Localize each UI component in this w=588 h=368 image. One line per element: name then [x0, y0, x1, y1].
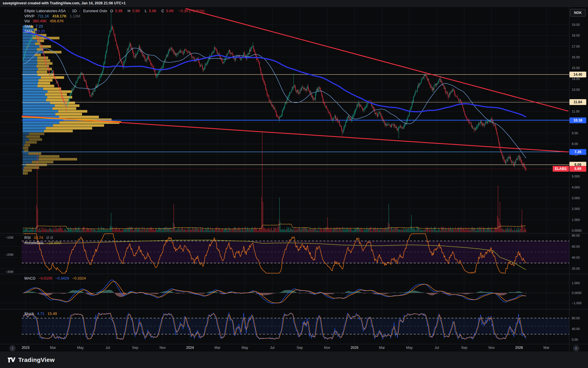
stoch-legend-row[interactable]: Stoch 4.71 15.49: [24, 311, 59, 316]
time-axis-label: May: [242, 346, 248, 350]
price-badge[interactable]: 5.69: [569, 166, 586, 172]
time-axis-label: 2025: [351, 346, 358, 350]
scroll-to-start-button[interactable]: Z: [9, 345, 16, 351]
pane-separator[interactable]: [0, 309, 588, 309]
accum-dist-axis-label: −10M: [5, 235, 13, 240]
rsi-legend-row[interactable]: RSI 33.74 Ø Ø: [24, 235, 63, 240]
price-axis-separator: [569, 7, 569, 352]
price-axis-label: 9.00: [572, 131, 587, 135]
tradingview-logo[interactable]: TradingView: [7, 356, 55, 364]
accum-dist-legend-row[interactable]: Accum/Dist −28.88M: [24, 240, 63, 246]
rsi-placeholder: Ø Ø: [46, 235, 53, 240]
tradingview-logo-icon: [7, 356, 16, 364]
accum-dist-axis-label: −30M: [5, 270, 13, 274]
time-axis-label: Nov: [159, 346, 166, 350]
low-label: L5.66: [145, 9, 158, 13]
currency-toggle-button[interactable]: NOK: [570, 9, 586, 17]
vrvp-up-volume: 711.1K: [38, 14, 49, 18]
stoch-axis-label: 40.00: [572, 327, 587, 331]
open-value: 5.99: [115, 9, 122, 13]
sma-fast-legend-row[interactable]: SMA 7.23: [24, 24, 206, 29]
macd-axis-label: 1.000: [572, 281, 587, 285]
price-axis-label: 19.00: [572, 23, 587, 27]
time-axis-label: 2023: [22, 346, 30, 350]
rsi-axis-label: 40.00: [572, 255, 587, 260]
sma-slow-value: 10.20: [36, 29, 45, 33]
price-axis-label: 8.00: [572, 142, 587, 146]
price-axis-label: 3.000: [572, 196, 587, 200]
time-axis-label: Jul: [106, 346, 110, 350]
price-badge[interactable]: 7.26: [569, 149, 586, 155]
main-price-pane[interactable]: [0, 7, 588, 233]
rsi-axis-label: 60.00: [572, 244, 587, 249]
attribution-bar: savepiginvest created with TradingView.c…: [0, 0, 588, 6]
main-legend: Elliptic Laboratories ASA· 1D· Euronext …: [24, 8, 206, 34]
price-badge[interactable]: 10.18: [569, 117, 586, 123]
price-axis-label: 11.00: [572, 109, 587, 113]
macd-line-value: −0.3429: [55, 276, 69, 280]
rsi-axis-label: 80.00: [572, 233, 587, 238]
sma-fast-value: 7.23: [36, 24, 43, 28]
vol-ma-value: 456.67K: [50, 19, 64, 23]
attribution-text: savepiginvest created with TradingView.c…: [3, 1, 126, 5]
macd-axis-label: 0.0000: [572, 291, 587, 295]
footer-bar: TradingView: [0, 351, 588, 368]
price-badge[interactable]: 14.40: [569, 72, 586, 77]
time-axis-label: Sep: [297, 346, 303, 350]
rsi-axis-label: 20.00: [572, 267, 587, 271]
price-axis-label: 15.00: [572, 66, 587, 70]
stoch-axis-label: 0.00: [572, 338, 587, 342]
time-axis[interactable]: [0, 344, 588, 352]
close-value: 5.69: [166, 9, 173, 13]
stoch-d-value: 15.49: [48, 311, 57, 316]
vrvp-down-volume: 418.17K: [52, 14, 67, 18]
tradingview-chart-window: savepiginvest created with TradingView.c…: [0, 0, 588, 368]
price-axis-label: 1.000: [572, 218, 587, 222]
interval-label[interactable]: 1D: [72, 9, 77, 13]
stoch-pane[interactable]: [0, 309, 588, 344]
volume-legend-row[interactable]: Vol 360.49K 456.67K: [24, 19, 206, 24]
vrvp-legend-row[interactable]: VRVP 711.1K 418.17K 1.13M: [24, 14, 206, 19]
sma-slow-label: SMA: [24, 29, 32, 33]
macd-legend: MACD −0.0105 −0.3429 −0.3324: [24, 276, 88, 281]
pane-separator[interactable]: [0, 233, 588, 233]
exchange-label: Euronext Oslo: [83, 9, 107, 13]
symbol-legend-row[interactable]: Elliptic Laboratories ASA· 1D· Euronext …: [24, 8, 206, 14]
time-axis-label: Sep: [461, 346, 467, 350]
rsi-value: 33.74: [34, 235, 43, 240]
time-axis-label: 2024: [186, 346, 194, 350]
price-axis-label: 4.000: [572, 185, 587, 189]
symbol-title[interactable]: Elliptic Laboratories ASA: [24, 9, 66, 13]
time-axis-label: May: [77, 346, 84, 350]
time-axis-label: Jul: [435, 346, 439, 350]
high-value: 5.99: [132, 9, 139, 13]
time-axis-label: Mar: [379, 346, 385, 350]
time-axis-label: Nov: [324, 346, 330, 350]
stoch-legend: Stoch 4.71 15.49: [24, 311, 59, 316]
chart-area: NOK Z A Elliptic Laboratories ASA· 1D· E…: [0, 6, 588, 352]
price-badge[interactable]: 11.84: [569, 99, 586, 105]
pane-separator[interactable]: [0, 274, 588, 274]
macd-legend-row[interactable]: MACD −0.0105 −0.3429 −0.3324: [24, 276, 88, 281]
macd-pane[interactable]: [0, 274, 588, 309]
close-label: C5.69: [161, 9, 175, 13]
low-value: 5.66: [149, 9, 156, 13]
macd-signal-value: −0.3324: [72, 276, 86, 280]
time-axis-label: Mar: [50, 346, 56, 350]
legend-separator: ·: [79, 9, 80, 13]
vrvp-total-volume: 1.13M: [70, 14, 80, 18]
time-axis-label: Mar: [215, 346, 221, 350]
time-axis-label: 2026: [515, 346, 523, 350]
sma-slow-legend-row[interactable]: SMA 10.20: [24, 29, 206, 34]
rsi-accum-dist-pane[interactable]: [0, 233, 588, 274]
symbol-price-tag: ELABS: [553, 166, 569, 172]
tradingview-brand-text: TradingView: [18, 356, 55, 363]
price-axis-label: 13.00: [572, 88, 587, 92]
price-axis-label: 0.0000: [572, 229, 587, 233]
price-axis-label: 2.000: [572, 207, 587, 211]
scroll-to-end-button[interactable]: A: [573, 345, 579, 351]
stoch-k-value: 4.71: [37, 311, 44, 316]
accum-dist-label: Accum/Dist: [24, 241, 43, 245]
legend-separator: ·: [68, 9, 69, 13]
sma-fast-label: SMA: [24, 24, 32, 28]
